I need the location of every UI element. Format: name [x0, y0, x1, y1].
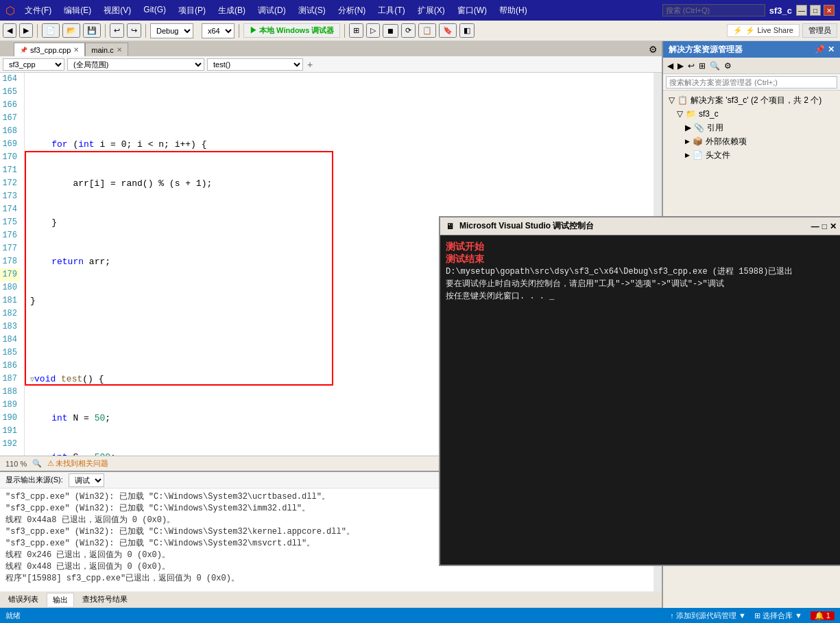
solution-search-input[interactable]: [666, 76, 837, 89]
settings-icon[interactable]: ⚙: [645, 43, 662, 56]
tree-headers[interactable]: ▶ 📄 头文件: [666, 148, 837, 162]
menu-view[interactable]: 视图(V): [98, 3, 136, 18]
title-bar: ⬡ 文件(F) 编辑(E) 视图(V) Git(G) 项目(P) 生成(B) 调…: [0, 0, 840, 21]
title-bar-right: sf3_c — □ ✕: [662, 4, 835, 16]
pin-icon[interactable]: 📌: [815, 45, 825, 54]
toolbar-btn-5[interactable]: 📋: [418, 23, 436, 38]
tree-sf3c[interactable]: ▽ 📁 sf3_c: [666, 107, 837, 121]
ext-expand-icon: ▶: [685, 138, 690, 145]
back-button[interactable]: ◀: [3, 23, 16, 38]
sol-toolbar-btn4[interactable]: ⊞: [697, 60, 707, 72]
menu-file[interactable]: 文件(F): [19, 3, 57, 18]
line-num-176: 176: [0, 229, 20, 242]
menu-test[interactable]: 测试(S): [293, 3, 331, 18]
run-button[interactable]: ▶ 本地 Windows 调试器: [243, 23, 340, 38]
tree-references[interactable]: ▶ 📎 引用: [666, 121, 837, 134]
ref-label: 引用: [707, 122, 723, 134]
menu-project[interactable]: 项目(P): [173, 3, 211, 18]
debug-max-btn[interactable]: □: [822, 222, 827, 231]
line-num-185: 185: [0, 346, 20, 360]
line-num-177: 177: [0, 242, 20, 255]
new-button[interactable]: 📄: [42, 23, 60, 38]
line-num-181: 181: [0, 294, 20, 307]
live-share-button[interactable]: ⚡ ⚡ Live Share: [727, 24, 800, 37]
maximize-button[interactable]: □: [810, 5, 821, 16]
close-button[interactable]: ✕: [824, 5, 835, 16]
editor-header: sf3_cpp (全局范围) test() +: [0, 56, 662, 73]
menu-help[interactable]: 帮助(H): [494, 3, 533, 18]
toolbar-btn-6[interactable]: 🔖: [439, 23, 457, 38]
debug-config-combo[interactable]: Debug: [150, 23, 193, 38]
close-panel-icon[interactable]: ✕: [828, 45, 835, 54]
tree-external-deps[interactable]: ▶ 📦 外部依赖项: [666, 134, 837, 148]
sol-toolbar-btn3[interactable]: ↩: [686, 60, 696, 72]
function-combo[interactable]: test(): [207, 58, 303, 71]
add-line-btn[interactable]: +: [306, 59, 314, 70]
menu-window[interactable]: 窗口(W): [452, 3, 492, 18]
toolbar-btn-7[interactable]: ◧: [459, 23, 475, 38]
solution-explorer-header: 解决方案资源管理器 📌 ✕: [663, 41, 840, 58]
sol-toolbar-btn6[interactable]: ⚙: [723, 60, 733, 72]
tab-main-c[interactable]: main.c ✕: [85, 43, 128, 56]
open-button[interactable]: 📂: [62, 23, 80, 38]
line-numbers: 164 165 166 167 168 169 170 171 172 173 …: [0, 73, 25, 456]
undo-button[interactable]: ↩: [110, 23, 124, 38]
tab-close-main[interactable]: ✕: [117, 46, 122, 54]
line-num-186: 186: [0, 360, 20, 373]
global-search-input[interactable]: [662, 4, 765, 16]
line-num-191: 191: [0, 425, 20, 438]
code-line-164: for (int i = 0; i < n; i++) {: [30, 138, 653, 151]
tree-solution-root[interactable]: ▽ 📋 解决方案 'sf3_c' (2 个项目，共 2 个): [666, 93, 837, 107]
debug-min-btn[interactable]: —: [811, 222, 819, 231]
menu-analyze[interactable]: 分析(N): [333, 3, 372, 18]
notification-item[interactable]: 🔔 1: [811, 611, 835, 620]
line-num-173: 173: [0, 190, 20, 203]
line-num-165: 165: [0, 86, 20, 99]
forward-button[interactable]: ▶: [19, 23, 33, 38]
menu-build[interactable]: 生成(B): [213, 3, 251, 18]
line-num-169: 169: [0, 138, 20, 151]
toolbar-btn-3[interactable]: ⏹: [383, 24, 398, 38]
tab-sf3-cpp[interactable]: 📌 sf3_cpp.cpp ✕: [14, 43, 85, 56]
tab-error-list[interactable]: 错误列表: [3, 593, 44, 606]
sol-toolbar-btn2[interactable]: ▶: [676, 60, 685, 72]
live-share-label: ⚡ Live Share: [745, 26, 793, 35]
zoom-level[interactable]: 110 %: [5, 460, 27, 468]
toolbar-btn-4[interactable]: ⟳: [401, 23, 416, 38]
toolbar-btn-2[interactable]: ▷: [366, 23, 380, 38]
bottom-left: 就绪: [5, 611, 21, 621]
platform-combo[interactable]: x64: [202, 23, 235, 38]
bottom-right: ↑ 添加到源代码管理 ▼ ⊞ 选择合库 ▼ 🔔 1: [670, 611, 835, 621]
sol-toolbar-btn5[interactable]: 🔍: [708, 60, 721, 72]
debug-console: 🖥 Microsoft Visual Studio 调试控制台 — □ ✕ 测试…: [439, 216, 840, 566]
debug-close-btn[interactable]: ✕: [830, 222, 837, 231]
zoom-icon: 🔍: [32, 459, 42, 468]
menu-debug[interactable]: 调试(D): [252, 3, 291, 18]
menu-git[interactable]: Git(G): [138, 3, 171, 18]
toolbar-btn-1[interactable]: ⊞: [349, 23, 363, 38]
title-bar-left: ⬡ 文件(F) 编辑(E) 视图(V) Git(G) 项目(P) 生成(B) 调…: [5, 3, 533, 18]
tab-label-main: main.c: [91, 46, 113, 54]
redo-button[interactable]: ↪: [127, 23, 141, 38]
solution-label: 解决方案 'sf3_c' (2 个项目，共 2 个): [691, 95, 821, 106]
menu-extensions[interactable]: 扩展(X): [412, 3, 451, 18]
tab-find-symbol[interactable]: 查找符号结果: [77, 593, 133, 606]
output-source-combo[interactable]: 调试: [69, 473, 104, 487]
line-num-175: 175: [0, 216, 20, 229]
source-control-item[interactable]: ↑ 添加到源代码管理 ▼: [670, 611, 746, 621]
range-combo[interactable]: (全局范围): [67, 58, 204, 71]
sol-toolbar-btn1[interactable]: ◀: [666, 60, 675, 72]
tab-output[interactable]: 输出: [47, 593, 74, 607]
manage-button[interactable]: 管理员: [802, 23, 837, 38]
minimize-button[interactable]: —: [796, 5, 807, 16]
scope-combo[interactable]: sf3_cpp: [3, 58, 64, 71]
save-button[interactable]: 💾: [83, 23, 101, 38]
menu-tools[interactable]: 工具(T): [372, 3, 410, 18]
menu-edit[interactable]: 编辑(E): [58, 3, 97, 18]
select-repo-item[interactable]: ⊞ 选择合库 ▼: [754, 611, 802, 621]
ready-text: 就绪: [5, 611, 21, 621]
line-num-171: 171: [0, 164, 20, 177]
tab-close-sf3[interactable]: ✕: [73, 46, 79, 54]
zoom-value: 110 %: [5, 460, 27, 468]
debug-console-controls: — □ ✕: [811, 222, 837, 231]
